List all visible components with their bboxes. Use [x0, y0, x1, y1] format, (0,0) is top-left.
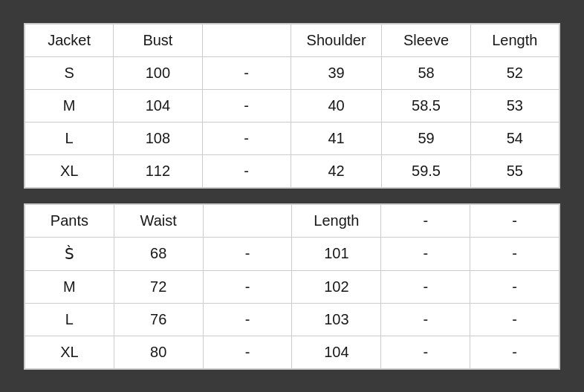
- pants-size: S̀: [25, 237, 114, 270]
- waist-value: 76: [114, 303, 203, 336]
- empty-value: -: [202, 89, 291, 122]
- waist-col-header: Waist: [114, 204, 203, 237]
- dash-value-2: -: [470, 270, 559, 303]
- pants-size: M: [25, 270, 114, 303]
- bust-value: 104: [114, 89, 202, 122]
- table-row: L 76 - 103 - -: [25, 303, 559, 336]
- jacket-table: Jacket Bust Shoulder Sleeve Length S 100…: [25, 24, 559, 188]
- jacket-col-header: Jacket: [25, 24, 114, 56]
- length-value: 103: [292, 303, 381, 336]
- bust-value: 100: [114, 56, 202, 89]
- pants-size: XL: [25, 336, 114, 368]
- jacket-size: L: [25, 122, 114, 154]
- empty-value: -: [202, 122, 291, 154]
- table-row: S̀ 68 - 101 - -: [25, 237, 559, 270]
- length-value: 101: [292, 237, 381, 270]
- pants-table: Pants Waist Length - - S̀ 68 - 101 - - M…: [25, 204, 559, 369]
- jacket-size: XL: [25, 154, 114, 187]
- waist-value: 72: [114, 270, 203, 303]
- table-row: XL 80 - 104 - -: [25, 336, 559, 368]
- shoulder-value: 41: [291, 122, 382, 154]
- dash-value-1: -: [381, 336, 470, 368]
- shoulder-value: 39: [291, 56, 382, 89]
- shoulder-value: 42: [291, 154, 382, 187]
- empty-value: -: [203, 303, 292, 336]
- bust-value: 108: [114, 122, 202, 154]
- table-row: L 108 - 41 59 54: [25, 122, 559, 154]
- dash-value-1: -: [381, 237, 470, 270]
- length-col-header: Length: [470, 24, 559, 56]
- table-row: XL 112 - 42 59.5 55: [25, 154, 559, 187]
- waist-value: 80: [114, 336, 203, 368]
- table-row: M 72 - 102 - -: [25, 270, 559, 303]
- bust-value: 112: [114, 154, 202, 187]
- length-col-header-2: Length: [292, 204, 381, 237]
- pants-table-container: Pants Waist Length - - S̀ 68 - 101 - - M…: [24, 203, 560, 370]
- sleeve-value: 58: [382, 56, 470, 89]
- waist-value: 68: [114, 237, 203, 270]
- empty-value: -: [202, 56, 291, 89]
- empty-value: -: [203, 270, 292, 303]
- dash-value-1: -: [381, 303, 470, 336]
- length-value: 55: [470, 154, 559, 187]
- dash-value-1: -: [381, 270, 470, 303]
- shoulder-value: 40: [291, 89, 382, 122]
- table-row: M 104 - 40 58.5 53: [25, 89, 559, 122]
- empty-value: -: [203, 336, 292, 368]
- sleeve-value: 59.5: [382, 154, 470, 187]
- dash-col-header-2: -: [470, 204, 559, 237]
- shoulder-col-header: Shoulder: [291, 24, 382, 56]
- jacket-size: S: [25, 56, 114, 89]
- empty-col-header-2: [203, 204, 292, 237]
- pants-size: L: [25, 303, 114, 336]
- table-row: S 100 - 39 58 52: [25, 56, 559, 89]
- pants-col-header: Pants: [25, 204, 114, 237]
- bust-col-header: Bust: [114, 24, 202, 56]
- length-value: 102: [292, 270, 381, 303]
- sleeve-col-header: Sleeve: [382, 24, 470, 56]
- jacket-table-container: Jacket Bust Shoulder Sleeve Length S 100…: [24, 23, 560, 189]
- dash-value-2: -: [470, 237, 559, 270]
- length-value: 53: [470, 89, 559, 122]
- length-value: 52: [470, 56, 559, 89]
- empty-col-header-1: [202, 24, 291, 56]
- length-value: 104: [292, 336, 381, 368]
- jacket-header-row: Jacket Bust Shoulder Sleeve Length: [25, 24, 559, 56]
- dash-col-header-1: -: [381, 204, 470, 237]
- empty-value: -: [202, 154, 291, 187]
- dash-value-2: -: [470, 336, 559, 368]
- sleeve-value: 58.5: [382, 89, 470, 122]
- sleeve-value: 59: [382, 122, 470, 154]
- empty-value: -: [203, 237, 292, 270]
- jacket-size: M: [25, 89, 114, 122]
- dash-value-2: -: [470, 303, 559, 336]
- length-value: 54: [470, 122, 559, 154]
- pants-header-row: Pants Waist Length - -: [25, 204, 559, 237]
